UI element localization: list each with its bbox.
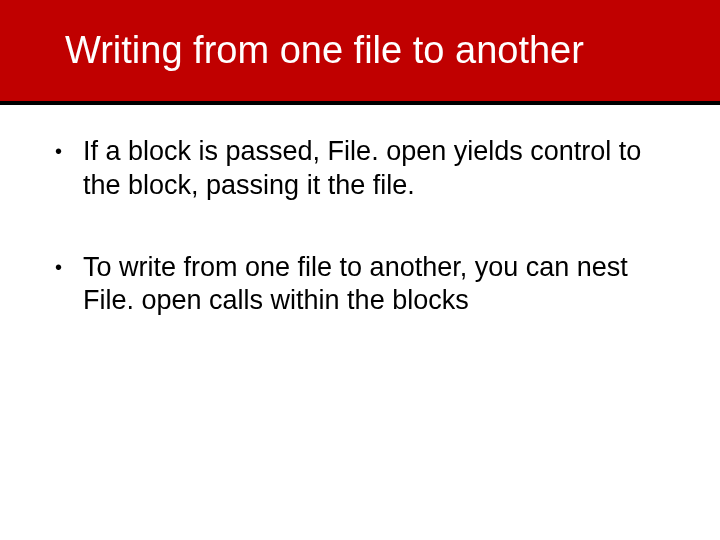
bullet-text: To write from one file to another, you c… — [83, 251, 665, 319]
bullet-text: If a block is passed, File. open yields … — [83, 135, 665, 203]
bullet-marker: • — [55, 135, 83, 164]
bullet-item: • If a block is passed, File. open yield… — [55, 135, 665, 203]
bullet-item: • To write from one file to another, you… — [55, 251, 665, 319]
slide-title: Writing from one file to another — [65, 29, 584, 72]
bullet-marker: • — [55, 251, 83, 280]
slide-body: • If a block is passed, File. open yield… — [0, 105, 720, 318]
title-bar: Writing from one file to another — [0, 0, 720, 105]
